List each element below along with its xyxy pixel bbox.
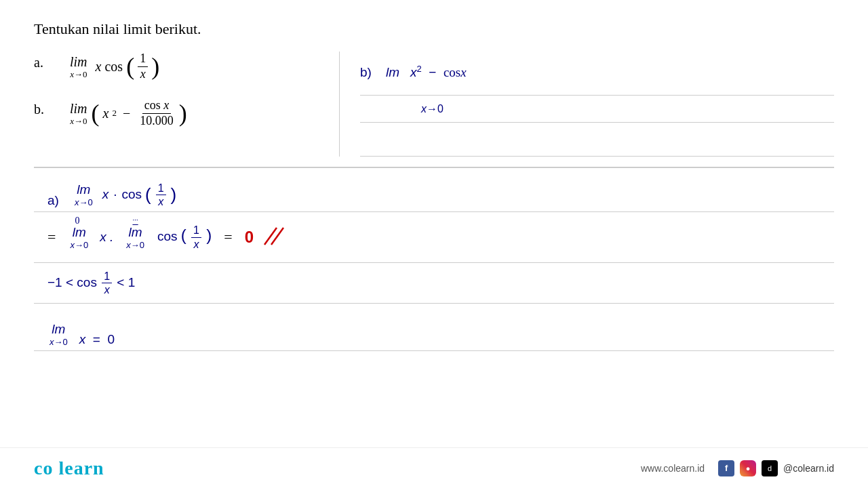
cross-marks (263, 224, 290, 251)
footer-website: www.colearn.id (641, 463, 705, 474)
problem-b-math: lim x→0 ( x2 − cos x 10.000 ) (68, 98, 187, 128)
solution-a-math: lm x→0 x · cos ( 1 x ) (73, 182, 178, 208)
equals-sign: = (47, 228, 56, 246)
solution-line-4: lm x→0 x = 0 (34, 304, 834, 351)
problem-b-label: b. (34, 98, 54, 117)
page-title: Tentukan nilai limit berikut. (34, 20, 834, 38)
footer-social: f ● d @colearn.id (718, 460, 834, 476)
cos-1x: cos ( 1 x ) (157, 224, 212, 250)
solution-line-2: = lm x→0 0 x . ··· lm x→0 cos ( (34, 212, 834, 263)
problem-b: b. lim x→0 ( x2 − cos x 1 (34, 98, 326, 128)
lim-x-group: lm x→0 0 (68, 225, 90, 250)
footer: co learn www.colearn.id f ● d @colearn.i… (0, 447, 868, 488)
solution-section: a) lm x→0 x · cos ( 1 x ) = (34, 167, 834, 351)
right-work-b-subscript: x→0 (421, 103, 443, 115)
footer-logo: co learn (34, 458, 104, 479)
right-work-b-label: b) lm x2 − cosx (360, 64, 467, 80)
footer-right: www.colearn.id f ● d @colearn.id (641, 460, 834, 476)
tiktok-icon: d (762, 460, 778, 476)
problems-container: a. lim x→0 x cos ( 1 x (34, 52, 834, 167)
problems-area: a. lim x→0 x cos ( 1 x (34, 52, 834, 157)
right-line-2: x→0 (360, 96, 834, 123)
x-dot: x . (100, 230, 113, 245)
left-problems: a. lim x→0 x cos ( 1 x (34, 52, 339, 157)
inequality: −1 < cos 1 x < 1 (47, 270, 135, 296)
svg-line-1 (271, 228, 283, 245)
svg-line-0 (264, 228, 277, 245)
solution-a-label: a) (47, 193, 59, 208)
facebook-icon: f (718, 460, 734, 476)
right-work-area: b) lm x2 − cosx x→0 (339, 52, 834, 157)
problem-a: a. lim x→0 x cos ( 1 x (34, 52, 326, 81)
problem-a-label: a. (34, 52, 54, 70)
result-zero: 0 (245, 228, 254, 247)
instagram-icon: ● (740, 460, 756, 476)
main-content: Tentukan nilai limit berikut. a. lim x→0… (0, 0, 868, 447)
logo-text: co learn (34, 458, 104, 479)
right-line-1: b) lm x2 − cosx (360, 58, 834, 96)
solution-line-3: −1 < cos 1 x < 1 (34, 263, 834, 304)
problem-a-math: lim x→0 x cos ( 1 x ) (68, 52, 159, 81)
solution-line-1: a) lm x→0 x · cos ( 1 x ) (34, 168, 834, 212)
lim-x-equals: lm x→0 x = 0 (47, 322, 115, 347)
right-line-3 (360, 123, 834, 157)
equals-2: = (224, 228, 232, 246)
lim-cos-group: ··· lm x→0 (124, 225, 146, 250)
social-handle: @colearn.id (783, 463, 834, 474)
